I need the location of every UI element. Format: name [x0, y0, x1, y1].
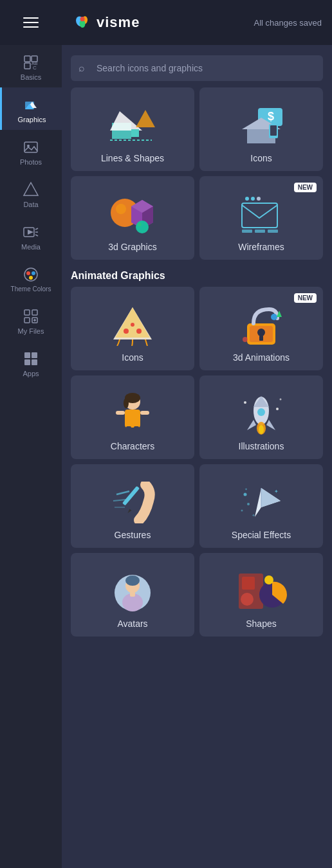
svg-rect-0 — [24, 56, 30, 62]
3d-animations-image — [235, 302, 287, 347]
svg-text:AB: AB — [32, 61, 38, 66]
animated-graphics-grid: Icons NEW — [62, 287, 332, 637]
svg-point-86 — [259, 425, 264, 434]
svg-line-92 — [116, 491, 129, 494]
svg-point-51 — [136, 221, 149, 233]
3d-graphics-item[interactable]: 3d Graphics — [71, 176, 194, 260]
avatars-image — [107, 568, 158, 613]
lines-shapes-item[interactable]: Lines & Shapes — [71, 87, 194, 171]
animated-graphics-title: Animated Graphics — [62, 262, 332, 287]
sidebar-label-my-files: My Files — [18, 327, 44, 335]
svg-rect-112 — [242, 577, 255, 590]
special-effects-item[interactable]: ✦ ✦ ✦ Special Effects — [199, 464, 323, 548]
svg-point-57 — [245, 197, 249, 201]
sidebar-item-theme-colors[interactable]: Theme Colors — [0, 257, 62, 299]
anim-icons-item[interactable]: Icons — [71, 287, 194, 370]
sidebar-item-media[interactable]: Media — [0, 215, 62, 257]
sidebar-label-apps: Apps — [23, 370, 39, 377]
icons-item[interactable]: $ Icons — [199, 87, 323, 171]
search-input[interactable] — [71, 55, 323, 81]
svg-point-69 — [271, 314, 277, 320]
svg-rect-76 — [126, 426, 131, 434]
svg-point-17 — [32, 271, 35, 275]
logo: visme — [72, 12, 140, 33]
sidebar-item-photos[interactable]: Photos — [0, 130, 62, 172]
svg-marker-35 — [110, 111, 142, 131]
lines-shapes-image — [107, 103, 158, 148]
svg-point-111 — [264, 575, 273, 584]
avatars-label: Avatars — [117, 619, 147, 629]
photos-icon — [23, 139, 39, 156]
svg-rect-2 — [24, 63, 30, 69]
svg-point-99 — [247, 503, 250, 505]
svg-point-47 — [116, 204, 126, 214]
saved-status: All changes saved — [254, 18, 322, 28]
shapes-label: Shapes — [246, 619, 276, 629]
sidebar-label-basics: Basics — [21, 73, 41, 81]
search-icon: ⌕ — [78, 62, 85, 74]
svg-rect-25 — [24, 352, 30, 358]
sidebar-item-graphics[interactable]: Graphics — [0, 87, 62, 130]
3d-animations-item[interactable]: NEW 3d Animations — [199, 287, 323, 370]
svg-line-93 — [113, 500, 126, 501]
sidebar-label-graphics: Graphics — [17, 116, 46, 123]
svg-marker-61 — [115, 307, 150, 338]
svg-point-64 — [131, 323, 134, 327]
shapes-item[interactable]: Shapes — [199, 553, 323, 637]
3d-graphics-image — [107, 192, 158, 237]
sidebar-top — [0, 0, 62, 45]
static-graphics-grid: Lines & Shapes $ Icons — [62, 87, 332, 260]
svg-point-67 — [257, 329, 265, 336]
illustrations-item[interactable]: Illustrations — [199, 375, 323, 459]
svg-rect-8 — [24, 142, 37, 152]
sidebar-item-my-files[interactable]: My Files — [0, 299, 62, 341]
svg-point-113 — [241, 593, 254, 606]
gestures-label: Gestures — [115, 530, 151, 540]
sidebar-item-basics[interactable]: C AB Basics — [0, 45, 62, 87]
avatars-item[interactable]: Avatars — [71, 553, 194, 637]
wireframes-new-badge: NEW — [294, 183, 317, 192]
illustrations-image — [235, 391, 287, 436]
svg-point-98 — [244, 493, 247, 496]
sidebar-label-media: Media — [21, 243, 41, 251]
svg-rect-55 — [255, 230, 265, 233]
svg-point-63 — [136, 329, 142, 334]
svg-point-33 — [80, 17, 84, 21]
svg-text:C: C — [33, 65, 37, 71]
svg-rect-45 — [270, 125, 277, 136]
svg-marker-83 — [247, 420, 256, 430]
svg-point-52 — [138, 222, 142, 226]
svg-rect-108 — [130, 592, 135, 597]
svg-point-106 — [125, 575, 140, 586]
logo-text: visme — [97, 14, 140, 31]
svg-point-18 — [29, 276, 33, 280]
sidebar-item-data[interactable]: Data — [0, 172, 62, 215]
characters-image — [107, 391, 158, 436]
wireframes-item[interactable]: NEW Wireframes — [199, 176, 323, 260]
svg-point-87 — [244, 401, 246, 404]
search-bar: ⌕ — [71, 55, 323, 81]
lines-shapes-label: Lines & Shapes — [101, 153, 164, 163]
sidebar-label-data: Data — [23, 201, 38, 208]
svg-rect-53 — [242, 203, 277, 228]
svg-point-71 — [243, 337, 248, 342]
special-effects-image: ✦ ✦ ✦ — [235, 480, 287, 525]
svg-point-89 — [280, 398, 282, 400]
svg-point-59 — [257, 197, 261, 201]
characters-item[interactable]: Characters — [71, 375, 194, 459]
svg-text:$: $ — [268, 110, 274, 123]
svg-rect-90 — [122, 485, 140, 505]
svg-point-62 — [124, 329, 129, 334]
my-files-icon — [23, 308, 39, 325]
svg-rect-36 — [131, 129, 139, 137]
svg-point-58 — [251, 197, 255, 201]
3d-animations-label: 3d Animations — [233, 352, 290, 363]
svg-point-100 — [241, 509, 243, 511]
svg-rect-68 — [259, 336, 263, 341]
sidebar-item-apps[interactable]: Apps — [0, 341, 62, 384]
svg-point-82 — [257, 408, 265, 416]
svg-rect-75 — [125, 410, 140, 428]
svg-point-88 — [276, 408, 279, 410]
gestures-item[interactable]: Gestures — [71, 464, 194, 548]
menu-icon[interactable] — [23, 17, 39, 28]
